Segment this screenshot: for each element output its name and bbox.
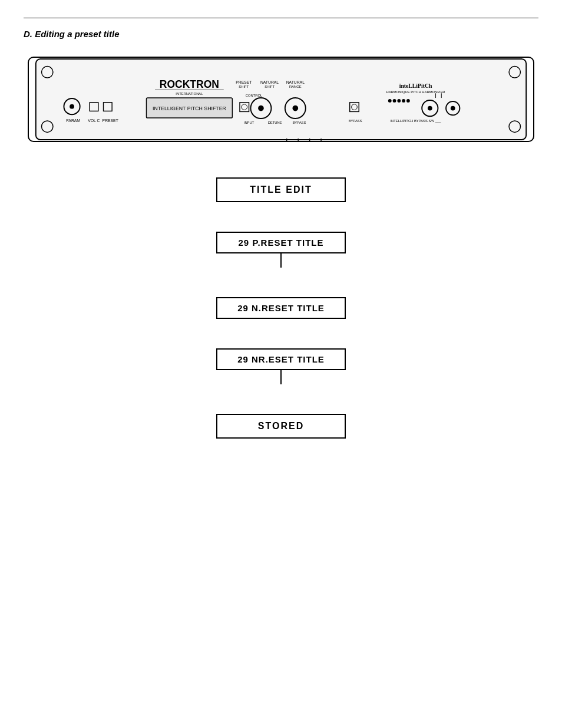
svg-rect-0 (36, 59, 526, 140)
svg-text:NATURAL: NATURAL (260, 80, 279, 84)
svg-point-37 (397, 99, 401, 103)
svg-text:PARAM: PARAM (66, 118, 80, 123)
svg-point-36 (393, 99, 396, 103)
preset-title-3-wrapper: 29 NR.ESET TITLE (216, 348, 346, 384)
svg-text:INTELLIGENT PITCH SHIFTER: INTELLIGENT PITCH SHIFTER (153, 106, 226, 111)
svg-text:NATURAL: NATURAL (286, 80, 305, 84)
svg-text:ROCKTRON: ROCKTRON (160, 78, 219, 90)
stored-wrapper: STORED (216, 414, 346, 439)
preset-title-2-wrapper: 29 N.RESET TITLE (216, 297, 346, 319)
svg-text:SHIFT: SHIFT (239, 85, 249, 88)
svg-point-43 (451, 106, 455, 111)
svg-text:INTERNATIONAL: INTERNATIONAL (176, 92, 203, 95)
svg-point-38 (402, 99, 405, 103)
svg-point-28 (292, 106, 298, 111)
connector-line-3 (280, 370, 282, 384)
svg-text:BYPASS: BYPASS (292, 121, 306, 124)
svg-text:VOL C: VOL C (88, 118, 100, 123)
svg-text:HARMONIQUE PITCH HARMONIZER: HARMONIQUE PITCH HARMONIZER (386, 90, 445, 94)
page-container: D. Editing a preset title ROCKTRON INTER… (0, 0, 562, 728)
title-edit-display: TITLE EDIT (216, 177, 346, 202)
preset-title-3-display: 29 NR.ESET TITLE (216, 348, 346, 370)
svg-point-39 (406, 99, 410, 103)
svg-text:inteLLiPitCh: inteLLiPitCh (399, 83, 432, 89)
svg-text:INPUT: INPUT (244, 121, 254, 124)
svg-text:SHIFT: SHIFT (265, 85, 275, 88)
section-heading: D. Editing a preset title (24, 29, 538, 39)
svg-point-41 (428, 106, 432, 111)
svg-text:BYPASS: BYPASS (349, 119, 362, 123)
svg-text:RANGE: RANGE (289, 85, 302, 88)
preset-title-2-display: 29 N.RESET TITLE (216, 297, 346, 319)
connector-line-1 (280, 253, 282, 268)
displays-area: TITLE EDIT 29 P.RESET TITLE 29 N.RESET T… (24, 177, 538, 468)
svg-point-24 (258, 106, 264, 111)
preset-title-1-wrapper: 29 P.RESET TITLE (216, 232, 346, 268)
svg-text:DETUNE: DETUNE (268, 121, 282, 124)
svg-text:PRESET: PRESET (103, 118, 118, 123)
svg-point-35 (388, 99, 392, 103)
svg-point-11 (70, 104, 74, 109)
svg-text:INTELLIPITCH    BYPASS    S/N : INTELLIPITCH BYPASS S/N ___ (390, 119, 441, 123)
svg-text:CONTROL: CONTROL (246, 94, 263, 97)
svg-text:PRESET: PRESET (236, 80, 252, 84)
title-edit-wrapper: TITLE EDIT (216, 177, 346, 202)
preset-title-1-display: 29 P.RESET TITLE (216, 232, 346, 253)
top-divider (24, 18, 538, 18)
device-image: ROCKTRON INTERNATIONAL INTELLIGENT PITCH… (28, 57, 534, 142)
stored-display: STORED (216, 414, 346, 439)
